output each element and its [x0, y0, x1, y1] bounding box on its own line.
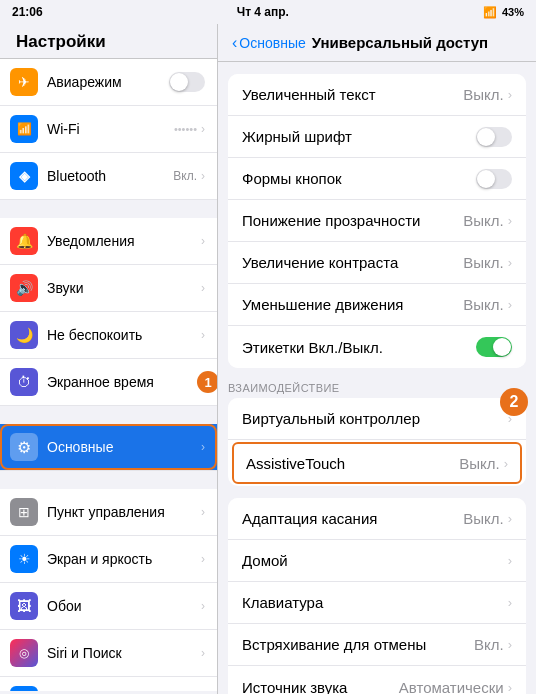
siri-icon: ◎: [10, 639, 38, 667]
sidebar-item-bluetooth[interactable]: ◈ Bluetooth Вкл. ›: [0, 153, 217, 200]
sidebar-item-display[interactable]: ☀ Экран и яркость ›: [0, 536, 217, 583]
status-bar: 21:06 Чт 4 апр. 📶 43%: [0, 0, 536, 24]
bluetooth-icon: ◈: [10, 162, 38, 190]
airplane-label: Авиарежим: [47, 74, 169, 91]
right-item-touchaccommodations[interactable]: Адаптация касания Выкл. ›: [228, 498, 526, 540]
status-bar-right: 📶 43%: [483, 6, 524, 19]
sidebar-item-airplane[interactable]: ✈ Авиарежим: [0, 59, 217, 106]
badge-1: 1: [197, 371, 217, 393]
keyboard-chevron: ›: [508, 595, 512, 610]
audiosource-value: Автоматически: [399, 679, 504, 695]
onofflabels-toggle[interactable]: [476, 337, 512, 357]
interaction2-section: Адаптация касания Выкл. › Домой › Клавиа…: [228, 498, 526, 694]
reducetransparency-chevron: ›: [508, 213, 512, 228]
right-item-keyboard[interactable]: Клавиатура ›: [228, 582, 526, 624]
sidebar-item-siri[interactable]: ◎ Siri и Поиск ›: [0, 630, 217, 677]
time: 21:06: [12, 5, 43, 19]
sidebar-item-screentime[interactable]: ⏱ Экранное время › 1: [0, 359, 217, 406]
right-item-increasecontrast[interactable]: Увеличение контраста Выкл. ›: [228, 242, 526, 284]
settings-left-panel: Настройки ✈ Авиарежим 📶 Wi-Fi •••••• › ◈…: [0, 24, 218, 694]
right-item-boldtext[interactable]: Жирный шрифт: [228, 116, 526, 158]
right-item-largetext[interactable]: Увеличенный текст Выкл. ›: [228, 74, 526, 116]
interaction-section-header: ВЗАИМОДЕЙСТВИЕ: [218, 376, 536, 398]
general-label: Основные: [47, 439, 201, 456]
wifi-chevron: ›: [201, 122, 205, 136]
interaction-section-wrapper: 2 Виртуальный контроллер › AssistiveTouc…: [218, 398, 536, 486]
back-button[interactable]: ‹ Основные: [232, 34, 306, 52]
touchaccommodations-label: Адаптация касания: [242, 510, 463, 527]
right-item-reducemotion[interactable]: Уменьшение движения Выкл. ›: [228, 284, 526, 326]
vision-section: Увеличенный текст Выкл. › Жирный шрифт Ф…: [228, 74, 526, 368]
assistivetouch-value: Выкл.: [459, 455, 499, 472]
notifications-label: Уведомления: [47, 233, 201, 250]
right-panel: ‹ Основные Универсальный доступ Увеличен…: [218, 24, 536, 694]
right-item-switchcontrol[interactable]: Виртуальный контроллер ›: [228, 398, 526, 440]
touchaccommodations-value: Выкл.: [463, 510, 503, 527]
boldtext-toggle[interactable]: [476, 127, 512, 147]
right-item-assistivetouch[interactable]: AssistiveTouch Выкл. ›: [232, 442, 522, 484]
sounds-chevron: ›: [201, 281, 205, 295]
touchid-icon: ◉: [10, 686, 38, 691]
right-item-shakeundo[interactable]: Встряхивание для отмены Вкл. ›: [228, 624, 526, 666]
home-chevron: ›: [508, 553, 512, 568]
right-item-buttonshapes[interactable]: Формы кнопок: [228, 158, 526, 200]
screentime-label: Экранное время: [47, 374, 201, 391]
general-icon: ⚙: [10, 433, 38, 461]
donotdisturb-label: Не беспокоить: [47, 327, 201, 344]
largetext-value: Выкл.: [463, 86, 503, 103]
right-panel-title: Универсальный доступ: [312, 34, 488, 51]
bluetooth-chevron: ›: [201, 169, 205, 183]
sidebar-item-donotdisturb[interactable]: 🌙 Не беспокоить ›: [0, 312, 217, 359]
reducemotion-value: Выкл.: [463, 296, 503, 313]
reducetransparency-value: Выкл.: [463, 212, 503, 229]
airplane-icon: ✈: [10, 68, 38, 96]
buttonshapes-toggle[interactable]: [476, 169, 512, 189]
buttonshapes-label: Формы кнопок: [242, 170, 476, 187]
airplane-toggle[interactable]: [169, 72, 205, 92]
notifications-chevron: ›: [201, 234, 205, 248]
sidebar-item-controlcenter[interactable]: ⊞ Пункт управления ›: [0, 489, 217, 536]
right-item-reducetransparency[interactable]: Понижение прозрачности Выкл. ›: [228, 200, 526, 242]
switchcontrol-label: Виртуальный контроллер: [242, 410, 508, 427]
sidebar-item-notifications[interactable]: 🔔 Уведомления ›: [0, 218, 217, 265]
boldtext-label: Жирный шрифт: [242, 128, 476, 145]
screentime-icon: ⏱: [10, 368, 38, 396]
display-icon: ☀: [10, 545, 38, 573]
sidebar-item-general[interactable]: ⚙ Основные ›: [0, 424, 217, 471]
badge-2: 2: [500, 388, 528, 416]
shakeundo-label: Встряхивание для отмены: [242, 636, 474, 653]
wallpaper-label: Обои: [47, 598, 201, 615]
settings-title: Настройки: [0, 24, 217, 59]
battery: 43%: [502, 6, 524, 18]
back-label: Основные: [239, 35, 305, 51]
keyboard-label: Клавиатура: [242, 594, 508, 611]
sidebar-item-wifi[interactable]: 📶 Wi-Fi •••••• ›: [0, 106, 217, 153]
sidebar-item-wallpaper[interactable]: 🖼 Обои ›: [0, 583, 217, 630]
sounds-label: Звуки: [47, 280, 201, 297]
divider-1: [0, 200, 217, 218]
right-item-audiosource[interactable]: Источник звука Автоматически ›: [228, 666, 526, 694]
largetext-chevron: ›: [508, 87, 512, 102]
settings-list: ✈ Авиарежим 📶 Wi-Fi •••••• › ◈ Bluetooth…: [0, 59, 217, 691]
siri-label: Siri и Поиск: [47, 645, 201, 662]
settings-group-connectivity: ✈ Авиарежим 📶 Wi-Fi •••••• › ◈ Bluetooth…: [0, 59, 217, 200]
sidebar-item-touchid[interactable]: ◉ Touch ID и код-пароль ›: [0, 677, 217, 691]
increasecontrast-label: Увеличение контраста: [242, 254, 463, 271]
back-chevron-icon: ‹: [232, 34, 237, 52]
right-item-onofflabels[interactable]: Этикетки Вкл./Выкл.: [228, 326, 526, 368]
interaction-section: Виртуальный контроллер › AssistiveTouch …: [228, 398, 526, 486]
donotdisturb-chevron: ›: [201, 328, 205, 342]
bluetooth-label: Bluetooth: [47, 168, 173, 185]
notifications-icon: 🔔: [10, 227, 38, 255]
onofflabels-label: Этикетки Вкл./Выкл.: [242, 339, 476, 356]
right-item-home[interactable]: Домой ›: [228, 540, 526, 582]
sidebar-item-sounds[interactable]: 🔊 Звуки ›: [0, 265, 217, 312]
touchaccommodations-chevron: ›: [508, 511, 512, 526]
main-container: Настройки ✈ Авиарежим 📶 Wi-Fi •••••• › ◈…: [0, 24, 536, 694]
display-label: Экран и яркость: [47, 551, 201, 568]
increasecontrast-chevron: ›: [508, 255, 512, 270]
shakeundo-chevron: ›: [508, 637, 512, 652]
right-content: Увеличенный текст Выкл. › Жирный шрифт Ф…: [218, 62, 536, 694]
audiosource-chevron: ›: [508, 680, 512, 695]
reducemotion-chevron: ›: [508, 297, 512, 312]
